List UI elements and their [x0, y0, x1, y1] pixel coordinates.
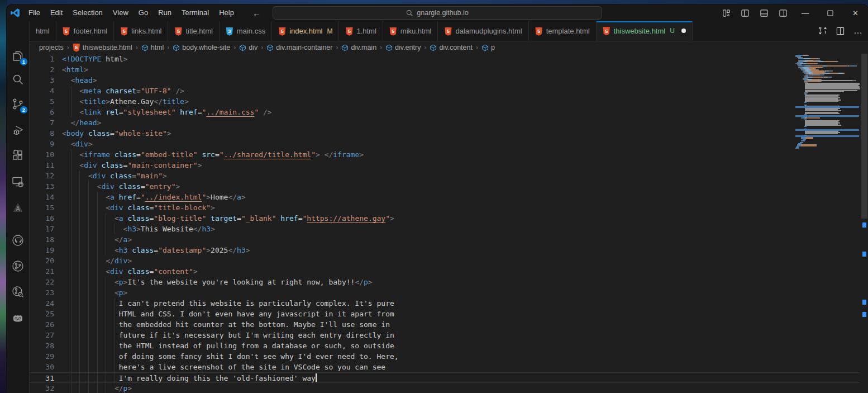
- minimap-highlight-stripe: [795, 115, 859, 117]
- tab-main.css[interactable]: 3main.css: [220, 21, 272, 41]
- code-line-22[interactable]: 22<p>It's the website you're looking at …: [30, 277, 860, 287]
- tab-links.html[interactable]: 5links.html: [114, 21, 168, 41]
- menu-help[interactable]: Help: [214, 4, 239, 21]
- activity-git-graph-icon[interactable]: [10, 258, 26, 274]
- breadcrumb-item-div-content[interactable]: div.content: [430, 44, 473, 51]
- code-line-5[interactable]: 5<title>Athene.Gay</title>: [30, 96, 860, 107]
- code-line-15[interactable]: 15<div class="title-block">: [30, 202, 860, 213]
- tab-footer.html[interactable]: 5footer.html: [56, 21, 115, 41]
- code-line-29[interactable]: 29of doing some fancy shit I don't see w…: [30, 351, 860, 362]
- menu-edit[interactable]: Edit: [45, 4, 68, 21]
- code-line-13[interactable]: 13<div class="entry">: [30, 181, 860, 192]
- menu-view[interactable]: View: [108, 4, 133, 21]
- menu-file[interactable]: File: [23, 4, 45, 21]
- breadcrumb-item-div[interactable]: div: [239, 44, 257, 51]
- activity-gitlens-search-icon[interactable]: [10, 284, 26, 300]
- breadcrumb-item-p[interactable]: p: [481, 44, 495, 51]
- css-file-icon: 3: [226, 26, 233, 36]
- activity-github-icon[interactable]: [10, 233, 26, 248]
- code-line-16[interactable]: 16<a class="blog-title" target="_blank" …: [30, 213, 860, 224]
- code-line-18[interactable]: 18</a>: [30, 234, 860, 245]
- breadcrumb-item-div-main[interactable]: div.main: [341, 44, 376, 51]
- code-line-7[interactable]: 7</head>: [30, 117, 860, 128]
- activity-source-control-icon[interactable]: 2: [10, 96, 26, 112]
- code-line-26[interactable]: 26the embedded hit counter at the bottom…: [30, 319, 860, 330]
- code-line-2[interactable]: 2<html>: [30, 64, 860, 75]
- close-button[interactable]: ✕: [843, 4, 868, 21]
- indent-guide: [88, 234, 89, 245]
- line-number: 12: [30, 171, 54, 181]
- code-line-23[interactable]: 23<p>: [30, 287, 860, 298]
- tab-html[interactable]: html: [30, 21, 56, 41]
- unsaved-dot-icon[interactable]: [681, 29, 686, 33]
- menu-terminal[interactable]: Terminal: [177, 4, 214, 21]
- code-line-19[interactable]: 19<h3 class="datestamp">2025</h3>: [30, 245, 860, 255]
- activity-godot-icon[interactable]: [10, 310, 26, 326]
- tab-template.html[interactable]: 5template.html: [529, 21, 597, 41]
- tab-miku.html[interactable]: 5miku.html: [383, 21, 438, 41]
- code-line-9[interactable]: 9<div>: [30, 139, 860, 149]
- scrollbar-slider[interactable]: [861, 54, 867, 219]
- split-editor-icon[interactable]: [836, 27, 845, 35]
- code-line-30[interactable]: 30here's a live screenshot of the site i…: [30, 362, 860, 372]
- toggle-secondary-sidebar-icon[interactable]: [774, 4, 793, 21]
- menu-run[interactable]: Run: [153, 4, 177, 21]
- breadcrumb-item-div-main-container[interactable]: div.main-container: [266, 44, 332, 51]
- indent-guide: [71, 266, 71, 277]
- code-line-12[interactable]: 12<div class="main">: [30, 171, 860, 181]
- symbol-element-icon: [430, 44, 437, 51]
- code-line-28[interactable]: 28the HTML instead of pulling from a dat…: [30, 340, 860, 351]
- code-line-6[interactable]: 6<link rel="stylesheet" href="../main.cs…: [30, 107, 860, 117]
- code-editor[interactable]: 1<!DOCTYPE html>2<html>3<head>4<meta cha…: [30, 54, 868, 393]
- breadcrumb-item-html[interactable]: html: [141, 44, 164, 51]
- activity-explorer-icon[interactable]: 1: [10, 48, 26, 64]
- activity-remote-explorer-icon[interactable]: [10, 174, 26, 190]
- code-line-14[interactable]: 14<a href="../index.html">Home</a>: [30, 192, 860, 202]
- line-number: 7: [30, 117, 54, 128]
- maximize-button[interactable]: [818, 4, 843, 21]
- tab-1.html[interactable]: 51.html: [339, 21, 383, 41]
- tab-thiswebsite.html[interactable]: 5thiswebsite.htmlU: [597, 21, 693, 41]
- back-icon[interactable]: ←: [252, 8, 261, 18]
- activity-search-icon[interactable]: [10, 72, 26, 87]
- open-changes-icon[interactable]: [818, 26, 827, 35]
- tab-dalamudplugins.html[interactable]: 5dalamudplugins.html: [438, 21, 528, 41]
- breadcrumb-item-div-entry[interactable]: div.entry: [385, 44, 421, 51]
- indent-guide: [71, 373, 71, 382]
- editor-scrollbar[interactable]: [860, 54, 868, 393]
- code-line-11[interactable]: 11<div class="main-container">: [30, 160, 860, 171]
- line-number: 2: [30, 64, 54, 75]
- toggle-primary-sidebar-icon[interactable]: [736, 4, 755, 21]
- code-line-21[interactable]: 21<div class="content">: [30, 266, 860, 277]
- code-line-8[interactable]: 8<body class="whole-site">: [30, 128, 860, 139]
- menu-selection[interactable]: Selection: [68, 4, 107, 21]
- breadcrumb-item-body-whole-site[interactable]: body.whole-site: [173, 44, 230, 51]
- code-line-24[interactable]: 24I can't pretend this website is partic…: [30, 298, 860, 309]
- breadcrumb-item-projects[interactable]: projects: [39, 44, 64, 51]
- code-line-25[interactable]: 25HTML and CSS. I don't even have any ja…: [30, 309, 860, 319]
- indent-guide: [97, 255, 98, 266]
- code-line-4[interactable]: 4<meta charset="UTF-8" />: [30, 86, 860, 96]
- titlebar-controls: — ✕: [717, 4, 868, 21]
- toggle-panel-icon[interactable]: [755, 4, 774, 21]
- activity-astro-icon[interactable]: A: [10, 200, 26, 215]
- code-line-27[interactable]: 27future if it's necessary but I'm writi…: [30, 330, 860, 340]
- command-center-search[interactable]: gnargle.github.io: [273, 6, 602, 20]
- indent-guide: [71, 245, 71, 255]
- code-line-20[interactable]: 20</div>: [30, 255, 860, 266]
- code-line-31[interactable]: 31I'm really doing this the 'old-fashion…: [30, 372, 860, 383]
- activity-extensions-icon[interactable]: [10, 148, 26, 163]
- breadcrumb-item-thiswebsite-html[interactable]: 5thiswebsite.html: [73, 43, 132, 52]
- code-line-1[interactable]: 1<!DOCTYPE html>: [30, 54, 860, 64]
- code-line-3[interactable]: 3<head>: [30, 75, 860, 86]
- code-line-32[interactable]: 32</p>: [30, 383, 860, 393]
- code-line-17[interactable]: 17<h3>This Website</h3>: [30, 224, 860, 234]
- menu-go[interactable]: Go: [133, 4, 153, 21]
- tab-index.html[interactable]: 5index.htmlM: [272, 21, 339, 41]
- code-line-10[interactable]: 10<iframe class="embed-title" src="../sh…: [30, 149, 860, 160]
- minimize-button[interactable]: —: [793, 4, 818, 21]
- customize-layout-icon[interactable]: [717, 4, 736, 21]
- activity-run-debug-icon[interactable]: [10, 122, 26, 138]
- tab-title.html[interactable]: 5title.html: [168, 21, 219, 41]
- more-actions-icon[interactable]: …: [853, 26, 864, 36]
